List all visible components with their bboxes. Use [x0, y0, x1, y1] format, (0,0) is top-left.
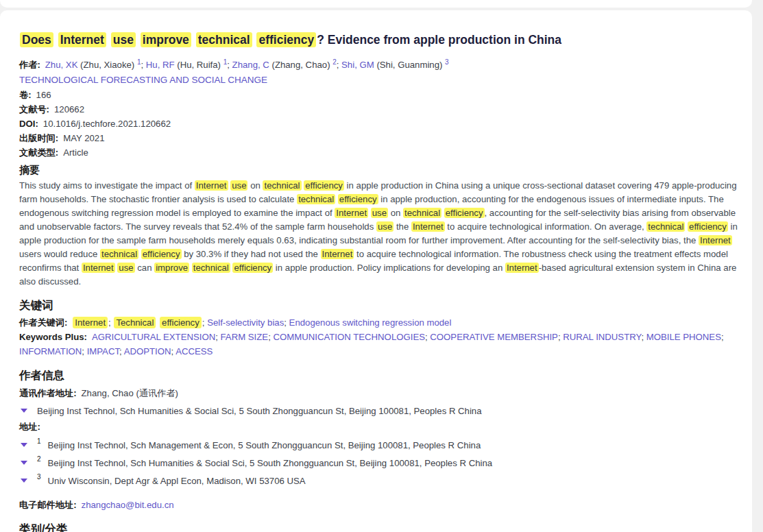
- keywords-plus-link[interactable]: AGRICULTURAL EXTENSION: [92, 332, 215, 342]
- chevron-down-icon[interactable]: [21, 409, 27, 413]
- highlighted-term: use: [117, 263, 134, 273]
- corresponding-address-text: Beijing Inst Technol, Sch Humanities & S…: [37, 405, 482, 417]
- doi-label: DOI:: [19, 119, 38, 129]
- article-number-row: 文献号:120662: [19, 102, 744, 117]
- highlighted-term: efficiency: [256, 32, 316, 47]
- highlighted-term: technical: [196, 32, 252, 47]
- keyword-link[interactable]: Endogenous switching regression model: [289, 317, 452, 328]
- author-keywords-row: 作者关键词:Internet; Technical efficiency; Se…: [19, 315, 743, 330]
- highlighted-term: Internet: [73, 317, 108, 328]
- chevron-down-icon[interactable]: [21, 443, 27, 447]
- keyword-separator: ;: [119, 346, 124, 356]
- volume-row: 卷:166: [19, 88, 744, 102]
- author-keywords-label: 作者关键词:: [19, 317, 67, 328]
- email-link[interactable]: zhangchao@bit.edu.cn: [82, 500, 174, 510]
- doc-type-label: 文献类型:: [19, 147, 58, 158]
- previous-card-edge: [0, 0, 752, 8]
- journal-title-link[interactable]: TECHNOLOGICAL FORECASTING AND SOCIAL CHA…: [19, 74, 744, 86]
- pub-date-row: 出版时间:MAY 2021: [19, 131, 744, 145]
- keywords-plus-link[interactable]: RURAL INDUSTRY: [563, 332, 641, 342]
- authors-list: Zhu, XK (Zhu, Xiaoke) 1; Hu, RF (Hu, Rui…: [45, 60, 449, 70]
- corresponding-author-row: 通讯作者地址:Zhang, Chao (通讯作者): [19, 386, 744, 400]
- highlighted-term: technical: [100, 249, 138, 259]
- email-row: 电子邮件地址:zhangchao@bit.edu.cn: [19, 498, 744, 512]
- keyword-separator: ;: [82, 346, 86, 356]
- email-label: 电子邮件地址:: [19, 500, 77, 510]
- author-name-link[interactable]: Shi, GM: [341, 60, 374, 70]
- highlighted-term: use: [230, 180, 247, 191]
- chevron-down-icon[interactable]: [21, 461, 27, 465]
- article-number-value: 120662: [54, 104, 84, 114]
- highlighted-term: Internet: [411, 221, 445, 232]
- corresponding-author-name: Zhang, Chao: [82, 388, 134, 398]
- highlighted-term: efficiency: [232, 263, 273, 273]
- abstract-text: This study aims to investigate the impac…: [19, 179, 743, 289]
- volume-value: 166: [36, 90, 51, 100]
- corresponding-address-row: Beijing Inst Technol, Sch Humanities & S…: [19, 405, 744, 417]
- highlighted-term: Internet: [505, 263, 539, 273]
- keywords-plus-list: AGRICULTURAL EXTENSION; FARM SIZE; COMMU…: [19, 332, 724, 356]
- highlighted-term: efficiency: [160, 317, 202, 328]
- address-text: Beijing Inst Technol, Sch Management & E…: [48, 439, 481, 451]
- highlighted-term: technical: [263, 180, 301, 191]
- author-full-name: (Zhang, Chao): [269, 60, 332, 70]
- keywords-plus-link[interactable]: IMPACT: [87, 346, 119, 356]
- highlighted-term: technical: [192, 263, 230, 273]
- author-separator: ;: [227, 60, 232, 70]
- keywords-heading: 关键词: [19, 298, 744, 313]
- author-separator: ;: [141, 60, 146, 70]
- pub-date-label: 出版时间:: [19, 133, 58, 143]
- highlighted-term: efficiency: [141, 249, 182, 259]
- doc-type-value: Article: [63, 147, 88, 158]
- highlighted-term: Internet: [195, 180, 228, 191]
- highlighted-term: Internet: [58, 32, 106, 47]
- author-keywords-list: Internet; Technical efficiency; Self-sel…: [72, 317, 451, 328]
- pub-date-value: MAY 2021: [63, 133, 104, 143]
- author-name-link[interactable]: Zhang, C: [232, 60, 269, 70]
- corresponding-address-label: 通讯作者地址:: [19, 388, 77, 398]
- highlighted-term: Internet: [699, 235, 732, 245]
- highlighted-term: technical: [646, 221, 685, 232]
- keyword-separator: ;: [721, 332, 724, 342]
- keyword-separator: ;: [215, 332, 220, 342]
- keywords-plus-link[interactable]: FARM SIZE: [221, 332, 269, 342]
- highlighted-term: use: [111, 32, 136, 47]
- byline: 作者:Zhu, XK (Zhu, Xiaoke) 1; Hu, RF (Hu, …: [19, 59, 744, 71]
- keyword-separator: ;: [641, 332, 646, 342]
- highlighted-term: improve: [141, 32, 191, 47]
- corresponding-author-tag: (通讯作者): [136, 388, 178, 398]
- highlighted-term: use: [371, 208, 388, 218]
- doi-value: 10.1016/j.techfore.2021.120662: [43, 119, 171, 129]
- keywords-block: 作者关键词:Internet; Technical efficiency; Se…: [19, 315, 743, 359]
- author-name-link[interactable]: Hu, RF: [146, 60, 175, 70]
- keywords-plus-link[interactable]: ACCESS: [175, 346, 213, 356]
- article-number-label: 文献号:: [19, 104, 49, 114]
- chevron-down-icon[interactable]: [21, 479, 27, 483]
- highlighted-term: technical: [403, 208, 441, 218]
- keywords-plus-link[interactable]: INFORMATION: [19, 346, 82, 356]
- keyword-link[interactable]: Self-selectivity bias: [207, 317, 284, 328]
- highlighted-term: Technical: [114, 317, 156, 328]
- highlighted-term: Internet: [335, 208, 368, 218]
- categories-heading: 类别/分类: [19, 522, 744, 532]
- doi-row: DOI:10.1016/j.techfore.2021.120662: [19, 117, 744, 131]
- doc-type-row: 文献类型:Article: [19, 145, 744, 160]
- article-title: Does Internet use improve technical effi…: [19, 32, 744, 48]
- author-affiliation-number[interactable]: 3: [445, 58, 449, 66]
- metadata-block: 卷:166 文献号:120662 DOI:10.1016/j.techfore.…: [19, 88, 744, 160]
- highlighted-term: efficiency: [338, 194, 378, 204]
- author-separator: ;: [337, 60, 341, 70]
- keywords-plus-row: Keywords Plus:AGRICULTURAL EXTENSION; FA…: [19, 330, 743, 359]
- address-text: Beijing Inst Technol, Sch Humanities & S…: [48, 457, 493, 469]
- highlighted-term: improve: [154, 263, 189, 273]
- highlighted-term: efficiency: [304, 180, 344, 191]
- keywords-plus-label: Keywords Plus:: [19, 332, 87, 342]
- highlighted-term: efficiency: [444, 208, 485, 218]
- author-name-link[interactable]: Zhu, XK: [45, 60, 78, 70]
- keywords-plus-link[interactable]: COOPERATIVE MEMBERSHIP: [430, 332, 558, 342]
- keywords-plus-link[interactable]: ADOPTION: [124, 346, 171, 356]
- keywords-plus-link[interactable]: MOBILE PHONES: [646, 332, 721, 342]
- address-row: 1Beijing Inst Technol, Sch Management & …: [19, 439, 744, 451]
- keywords-plus-link[interactable]: COMMUNICATION TECHNOLOGIES: [273, 332, 425, 342]
- address-text: Univ Wisconsin, Dept Agr & Appl Econ, Ma…: [48, 475, 306, 487]
